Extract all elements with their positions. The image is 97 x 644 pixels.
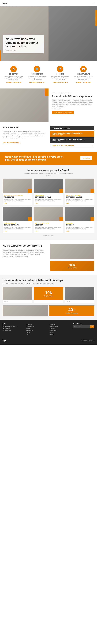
thinking-title: Nous concevons en pensant à l'avenir <box>2 169 94 172</box>
experience-title: Avec plus de 30 ans d'expérience <box>52 94 94 98</box>
footer-link-1-2[interactable]: Ingénierie <box>26 328 48 330</box>
hero-title: Nous travaillons avec vous de la concept… <box>6 37 41 48</box>
hero-section: Nous travaillons avec vous de la concept… <box>0 6 97 61</box>
plane-icon: ✈️ <box>59 68 62 70</box>
thinking-card-desc-2: Sample text. Click to select the text bo… <box>66 198 93 202</box>
arrow-icon-2: › <box>92 139 93 141</box>
menu-icon[interactable]: ☰ <box>92 2 94 5</box>
orange-corner-4 <box>59 217 63 221</box>
cta-button[interactable]: PARLONS <box>80 156 92 160</box>
footer-link-2-5[interactable]: Contact <box>50 334 71 336</box>
pre-construction-item[interactable]: SERVICES DE PRÉ-CONSTRUCTION › <box>50 144 94 148</box>
service-item-label-2: CONCEPTION CONSTRUCTION ASSISTÉES À LA C… <box>52 139 92 142</box>
experience-image-credit: Image de Freepik <box>52 108 94 110</box>
chart-icon: 📊 <box>82 68 85 70</box>
thinking-card-tag-0: CONCEPTION-CONSTRUCTION <box>4 194 31 196</box>
conception-icon-circle: 🏠 <box>10 66 17 72</box>
rep-card-body-2: Équipe <box>65 300 94 303</box>
infrastructure-link[interactable]: APPRENEZ ENCORE PLUS <box>76 82 91 83</box>
thinking-card-tag-2: ESPACES DE LA VILLE <box>66 194 93 196</box>
service-card-developpement: ⚙️ DÉVELOPPEMENT Sample text. Click to s… <box>26 64 48 84</box>
footer-address: 141 Rue Blouin, 2F Batiment <box>2 325 24 327</box>
thinking-card-more-2[interactable]: PLUS <box>66 202 93 204</box>
rep-card-label-2: Équipe <box>66 301 93 302</box>
experience-image <box>0 88 48 122</box>
service-item-conception2[interactable]: CONCEPTION CONSTRUCTION ASSISTÉES À LA C… <box>50 138 94 143</box>
reputation-description: Sample text. Click to select the text bo… <box>2 282 67 284</box>
thinking-card-more-4[interactable]: PLUS <box>35 230 62 232</box>
footer-link-2-1[interactable]: Développement <box>50 326 71 328</box>
footer-email[interactable]: ape@email.com <box>2 329 24 331</box>
footer-link-1-3[interactable]: Infrastructure <box>26 330 48 332</box>
nos-services-link[interactable]: CONSTRUISONS ENSEMBLE <box>2 142 20 143</box>
services-icons-section: 🏠 CONCEPTION Sample text. Click to selec… <box>0 61 97 88</box>
rep-stat-box: 10k Projets actives <box>34 287 63 300</box>
rep-stat-label: Projets actives <box>44 295 53 297</box>
cta-section: Nous aimerions discuter des besoins de v… <box>0 152 97 165</box>
thinking-card-more-0[interactable]: PLUS <box>4 202 31 204</box>
developpement-desc: Sample text. Click to select the text bo… <box>27 76 46 80</box>
thinking-card-body-5: LOGEMENT LOGEMENT Sample text. Click to … <box>65 221 94 233</box>
experience-description: Habitant morbi tristique senectus et. Ne… <box>52 99 94 108</box>
service-item-conception[interactable]: CONCEPTION CONSTRUCTION ASSISTÉ À LA CON… <box>50 131 94 136</box>
thinking-card-desc-1: Sample text. Click to select the text bo… <box>35 198 62 202</box>
reputation-section: Une réputation de confiance bâtie au fil… <box>0 275 97 320</box>
thinking-grid-row1: CONCEPTION-CONSTRUCTION REMODELAGE Sampl… <box>2 179 94 205</box>
footer-link-2-2[interactable]: Ingénierie <box>50 328 71 330</box>
footer-link-2-4[interactable]: Gestion <box>50 332 71 334</box>
arrow-icon-0: › <box>92 127 93 129</box>
footer-col-subscribe: S'ABONNER OK <box>73 323 94 336</box>
infrastructure-icon-circle: 📊 <box>80 66 87 72</box>
stat-box: 10k Projets actives <box>68 263 76 268</box>
cta-title: Nous aimerions discuter des besoins de v… <box>5 155 67 162</box>
hero-orange-accent-bar <box>96 10 97 26</box>
rep-card-body-0: Projets <box>2 300 32 303</box>
footer-email-input[interactable] <box>73 325 90 328</box>
thinking-card-title-4: LOGEMENT <box>35 224 62 226</box>
logo[interactable]: logo <box>2 2 8 4</box>
footer-link-1-1[interactable]: Développement <box>26 326 48 328</box>
rep-bottom-stat-label: Années d'expérience <box>66 312 78 314</box>
hero-overlay: Nous travaillons avec vous de la concept… <box>2 35 44 53</box>
thinking-card-image-2 <box>65 179 94 193</box>
thinking-card-3: INGÉNIEURS CIVILS ESPACES DE TRAVAIL Sam… <box>2 207 32 233</box>
thinking-card-body-1: REMODELAGE ESPACES DE LA VILLE Sample te… <box>34 193 63 205</box>
developpement-icon-circle: ⚙️ <box>34 66 40 72</box>
footer-link-2-3[interactable]: Infrastructure <box>50 330 71 332</box>
orange-corner-3 <box>28 217 32 221</box>
service-item-entrepreneur[interactable]: ENTREPRENEUR GÉNÉRAL › <box>50 126 94 130</box>
rep-bottom-stat-num: 40+ <box>68 308 75 312</box>
thinking-card-1: REMODELAGE ESPACES DE LA VILLE Sample te… <box>34 179 63 205</box>
rep-bottom-card-0 <box>2 306 48 316</box>
ingenierie-link[interactable]: APPRENEZ ENCORE PLUS <box>53 82 68 83</box>
footer-link-1-4[interactable]: Gestion <box>26 332 48 334</box>
arrow-icon-1: › <box>92 133 93 135</box>
thinking-card-more-5[interactable]: PLUS <box>66 230 93 232</box>
orange-corner-2 <box>90 189 94 193</box>
footer-subscribe-button[interactable]: OK <box>90 325 94 328</box>
footer-phone[interactable]: 514-555-1212 <box>2 327 24 329</box>
gear-icon: ⚙️ <box>36 68 38 70</box>
thinking-card-image-3 <box>2 207 32 221</box>
thinking-card-title-0: REMODELAGE <box>4 196 31 198</box>
exp-comprend-title: Notre expérience comprend : <box>2 244 47 248</box>
footer: APE 141 Rue Blouin, 2F Batiment 514-555-… <box>0 320 97 345</box>
thinking-card-desc-3: Sample text. Click to select the text bo… <box>4 226 31 230</box>
service-card-ingenierie: ✈️ INGÉNIERIE Sample text. Click to sele… <box>49 64 71 84</box>
service-card-infrastructure: 📊 INFRASTRUCTURE Sample text. Click to s… <box>72 64 94 84</box>
exp-comprend-description: Elle groupe bâtiment. Nos ressources à m… <box>2 249 47 258</box>
footer-link-1-0[interactable]: Conception <box>26 324 48 326</box>
footer-link-1-5[interactable]: Contact <box>26 334 48 336</box>
experience-button[interactable]: EN SAVOIR PLUS SUR NOUS <box>52 111 74 114</box>
footer-link-2-0[interactable]: Conception <box>50 324 71 326</box>
thinking-card-more-3[interactable]: PLUS <box>4 230 31 232</box>
conception-link[interactable]: APPRENEZ ENCORE PLUS <box>6 82 21 83</box>
exp-comprend-photo <box>50 244 94 260</box>
thinking-card-desc-5: Sample text. Click to select the text bo… <box>66 226 93 230</box>
ingenierie-icon-circle: ✈️ <box>57 66 63 72</box>
thinking-card-more-1[interactable]: PLUS <box>35 202 62 204</box>
footer-bottom: logo © 2024 APE Construction <box>2 338 94 342</box>
developpement-link[interactable]: APPRENEZ ENCORE PLUS <box>29 82 44 83</box>
orange-corner-1 <box>59 189 63 193</box>
footer-col-links1: Conception Développement Ingénierie Infr… <box>26 323 48 336</box>
